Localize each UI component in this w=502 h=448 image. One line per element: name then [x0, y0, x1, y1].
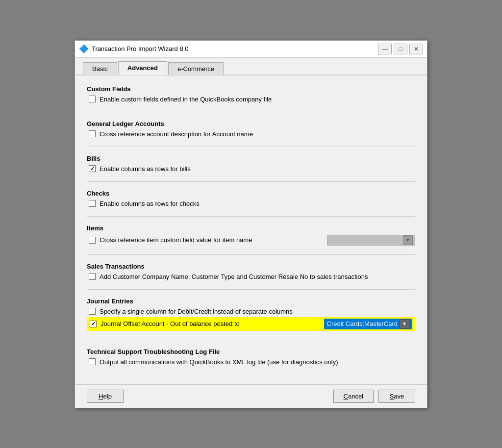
divider-6: [87, 289, 415, 290]
section-title-custom-fields: Custom Fields: [87, 85, 415, 93]
label-enable-custom-fields: Enable custom fields defined in the Quic…: [100, 96, 272, 103]
label-single-column-debit: Specify a single column for Debit/Credit…: [100, 308, 293, 315]
footer: Help Cancel Save: [75, 384, 427, 408]
divider-7: [87, 340, 415, 340]
option-output-communications: Output all communications with QuickBook…: [89, 358, 415, 366]
dropdown-journal-offset-value: Credit Cards:MasterCard: [327, 320, 398, 327]
dropdown-item-field[interactable]: ▼: [327, 235, 415, 246]
checkbox-enable-checks-rows[interactable]: [89, 200, 96, 207]
section-bills: Bills Enable columns as rows for bills: [87, 155, 415, 173]
cancel-button-label: Cancel: [344, 393, 363, 400]
label-add-customer-company: Add Customer Company Name, Customer Type…: [100, 273, 368, 280]
section-custom-fields: Custom Fields Enable custom fields defin…: [87, 85, 415, 103]
tab-bar: Basic Advanced e-Commerce: [75, 58, 427, 75]
help-button-label: Help: [99, 393, 112, 400]
section-general-ledger: General Ledger Accounts Cross reference …: [87, 120, 415, 138]
save-button-label: Save: [390, 393, 404, 400]
tab-basic[interactable]: Basic: [83, 62, 117, 75]
checkbox-cross-reference-account[interactable]: [89, 130, 96, 137]
section-sales-transactions: Sales Transactions Add Customer Company …: [87, 263, 415, 280]
checkbox-enable-bills-rows[interactable]: [89, 165, 96, 172]
label-enable-checks-rows: Enable columns as rows for checks: [100, 200, 200, 207]
save-button[interactable]: Save: [378, 390, 415, 403]
option-enable-bills-rows: Enable columns as rows for bills: [89, 165, 415, 173]
label-cross-reference-account: Cross reference account description for …: [100, 130, 253, 138]
help-button[interactable]: Help: [87, 390, 124, 403]
section-title-items: Items: [87, 224, 415, 232]
option-enable-checks-rows: Enable columns as rows for checks: [89, 200, 415, 207]
section-journal-entries: Journal Entries Specify a single column …: [87, 298, 415, 331]
section-items: Items Cross reference item custom field …: [87, 224, 415, 246]
option-cross-reference-item: Cross reference item custom field value …: [89, 235, 415, 246]
checkbox-enable-custom-fields[interactable]: [89, 96, 96, 102]
divider-3: [87, 181, 415, 182]
checkbox-single-column-debit[interactable]: [89, 308, 96, 315]
main-window: 🔷 Transaction Pro Import Wizard 8.0 — □ …: [75, 40, 427, 408]
divider-5: [87, 254, 415, 255]
option-add-customer-company: Add Customer Company Name, Customer Type…: [89, 273, 415, 280]
dropdown-journal-offset[interactable]: Credit Cards:MasterCard ▼: [324, 319, 413, 329]
checkbox-add-customer-company[interactable]: [89, 273, 96, 280]
minimize-button[interactable]: —: [378, 44, 392, 54]
option-single-column-debit: Specify a single column for Debit/Credit…: [89, 308, 415, 315]
app-icon: 🔷: [79, 44, 89, 54]
section-title-bills: Bills: [87, 155, 415, 162]
section-title-general-ledger: General Ledger Accounts: [87, 120, 415, 127]
dropdown-item-arrow-icon: ▼: [403, 235, 413, 245]
section-title-technical-support: Technical Support Troubleshooting Log Fi…: [87, 348, 415, 355]
title-bar: 🔷 Transaction Pro Import Wizard 8.0 — □ …: [75, 41, 427, 58]
dropdown-journal-arrow-icon: ▼: [400, 319, 409, 329]
section-title-checks: Checks: [87, 190, 415, 197]
option-cross-reference-account: Cross reference account description for …: [89, 130, 415, 138]
checkbox-cross-reference-item[interactable]: [89, 237, 96, 244]
label-journal-offset: Journal Offset Account - Out of balance …: [100, 320, 240, 327]
tab-advanced[interactable]: Advanced: [118, 61, 167, 75]
label-output-communications: Output all communications with QuickBook…: [100, 358, 338, 366]
checkbox-output-communications[interactable]: [89, 358, 96, 365]
section-title-journal-entries: Journal Entries: [87, 298, 415, 305]
section-checks: Checks Enable columns as rows for checks: [87, 190, 415, 207]
window-title: Transaction Pro Import Wizard 8.0: [92, 45, 375, 52]
window-controls: — □ ✕: [378, 44, 423, 54]
label-cross-reference-item: Cross reference item custom field value …: [100, 236, 252, 244]
section-technical-support: Technical Support Troubleshooting Log Fi…: [87, 348, 415, 366]
close-button[interactable]: ✕: [409, 44, 423, 54]
tab-ecommerce[interactable]: e-Commerce: [168, 62, 224, 75]
divider-2: [87, 147, 415, 147]
option-enable-custom-fields: Enable custom fields defined in the Quic…: [89, 96, 415, 103]
maximize-button[interactable]: □: [394, 44, 407, 54]
divider-1: [87, 112, 415, 112]
divider-4: [87, 216, 415, 217]
section-title-sales-transactions: Sales Transactions: [87, 263, 415, 270]
label-enable-bills-rows: Enable columns as rows for bills: [100, 165, 191, 173]
footer-right-buttons: Cancel Save: [333, 390, 415, 403]
checkbox-journal-offset[interactable]: [90, 321, 97, 327]
option-journal-offset-account: Journal Offset Account - Out of balance …: [87, 317, 415, 331]
cancel-button[interactable]: Cancel: [333, 390, 374, 403]
content-area: Custom Fields Enable custom fields defin…: [75, 75, 427, 384]
